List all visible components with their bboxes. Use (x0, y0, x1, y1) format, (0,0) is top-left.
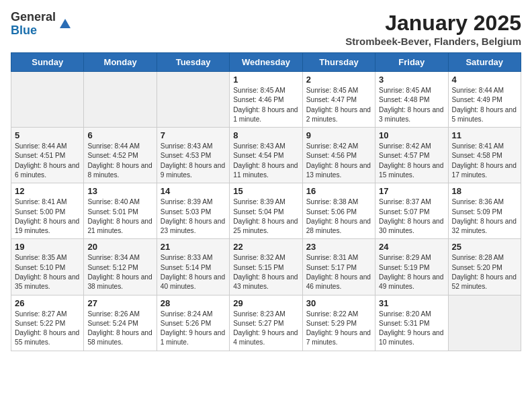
cell-day-number: 16 (306, 186, 371, 196)
cell-day-number: 5 (15, 130, 80, 140)
cell-day-number: 29 (233, 298, 298, 308)
calendar-cell (84, 72, 157, 128)
header-wednesday: Wednesday (230, 53, 302, 72)
calendar-subtitle: Strombeek-Bever, Flanders, Belgium (345, 36, 521, 47)
cell-day-number: 1 (233, 75, 298, 85)
calendar-cell: 31Sunrise: 8:20 AM Sunset: 5:31 PM Dayli… (375, 295, 448, 351)
calendar-cell: 8Sunrise: 8:43 AM Sunset: 4:54 PM Daylig… (230, 128, 302, 183)
cell-day-number: 3 (379, 75, 444, 85)
cell-day-number: 14 (161, 186, 226, 196)
cell-info: Sunrise: 8:44 AM Sunset: 4:51 PM Dayligh… (15, 142, 80, 180)
calendar-cell: 17Sunrise: 8:37 AM Sunset: 5:07 PM Dayli… (375, 183, 448, 239)
calendar-cell: 19Sunrise: 8:35 AM Sunset: 5:10 PM Dayli… (11, 239, 84, 295)
cell-info: Sunrise: 8:37 AM Sunset: 5:07 PM Dayligh… (379, 197, 444, 236)
calendar-cell: 30Sunrise: 8:22 AM Sunset: 5:29 PM Dayli… (302, 295, 375, 351)
cell-info: Sunrise: 8:42 AM Sunset: 4:56 PM Dayligh… (306, 142, 371, 180)
header-sunday: Sunday (11, 53, 84, 72)
calendar-cell: 23Sunrise: 8:31 AM Sunset: 5:17 PM Dayli… (302, 239, 375, 295)
days-header-row: Sunday Monday Tuesday Wednesday Thursday… (11, 53, 521, 72)
cell-info: Sunrise: 8:41 AM Sunset: 4:58 PM Dayligh… (452, 142, 517, 180)
cell-day-number: 10 (379, 130, 444, 140)
calendar-cell: 15Sunrise: 8:39 AM Sunset: 5:04 PM Dayli… (230, 183, 302, 239)
calendar-cell (11, 72, 84, 128)
week-row-1: 1Sunrise: 8:45 AM Sunset: 4:46 PM Daylig… (11, 72, 521, 128)
cell-info: Sunrise: 8:43 AM Sunset: 4:53 PM Dayligh… (161, 142, 226, 180)
calendar-cell: 3Sunrise: 8:45 AM Sunset: 4:48 PM Daylig… (375, 72, 448, 128)
calendar-cell: 26Sunrise: 8:27 AM Sunset: 5:22 PM Dayli… (11, 295, 84, 351)
cell-info: Sunrise: 8:34 AM Sunset: 5:12 PM Dayligh… (87, 253, 152, 291)
cell-info: Sunrise: 8:41 AM Sunset: 5:00 PM Dayligh… (15, 197, 80, 236)
cell-day-number: 24 (379, 242, 444, 252)
cell-info: Sunrise: 8:44 AM Sunset: 4:52 PM Dayligh… (87, 142, 152, 180)
calendar-cell (448, 295, 521, 351)
logo: General Blue (11, 11, 73, 38)
calendar-cell: 18Sunrise: 8:36 AM Sunset: 5:09 PM Dayli… (448, 183, 521, 239)
calendar-cell: 1Sunrise: 8:45 AM Sunset: 4:46 PM Daylig… (230, 72, 302, 128)
cell-info: Sunrise: 8:23 AM Sunset: 5:27 PM Dayligh… (233, 310, 298, 348)
cell-day-number: 20 (87, 242, 152, 252)
calendar-cell: 27Sunrise: 8:26 AM Sunset: 5:24 PM Dayli… (84, 295, 157, 351)
cell-day-number: 2 (306, 75, 371, 85)
cell-info: Sunrise: 8:39 AM Sunset: 5:04 PM Dayligh… (233, 197, 298, 236)
calendar-cell: 10Sunrise: 8:42 AM Sunset: 4:57 PM Dayli… (375, 128, 448, 183)
cell-info: Sunrise: 8:42 AM Sunset: 4:57 PM Dayligh… (379, 142, 444, 180)
logo-general: General (11, 11, 56, 24)
week-row-5: 26Sunrise: 8:27 AM Sunset: 5:22 PM Dayli… (11, 295, 521, 351)
calendar-cell (157, 72, 229, 128)
header-saturday: Saturday (448, 53, 521, 72)
header-tuesday: Tuesday (157, 53, 229, 72)
page-header: General Blue January 2025 Strombeek-Beve… (11, 11, 521, 47)
calendar-cell: 4Sunrise: 8:44 AM Sunset: 4:49 PM Daylig… (448, 72, 521, 128)
cell-day-number: 27 (87, 298, 152, 308)
cell-info: Sunrise: 8:45 AM Sunset: 4:47 PM Dayligh… (306, 86, 371, 124)
calendar-cell: 16Sunrise: 8:38 AM Sunset: 5:06 PM Dayli… (302, 183, 375, 239)
calendar-cell: 2Sunrise: 8:45 AM Sunset: 4:47 PM Daylig… (302, 72, 375, 128)
cell-info: Sunrise: 8:22 AM Sunset: 5:29 PM Dayligh… (306, 310, 371, 348)
calendar-cell: 12Sunrise: 8:41 AM Sunset: 5:00 PM Dayli… (11, 183, 84, 239)
calendar-cell: 6Sunrise: 8:44 AM Sunset: 4:52 PM Daylig… (84, 128, 157, 183)
cell-info: Sunrise: 8:45 AM Sunset: 4:46 PM Dayligh… (233, 86, 298, 124)
calendar-cell: 14Sunrise: 8:39 AM Sunset: 5:03 PM Dayli… (157, 183, 229, 239)
calendar-cell: 5Sunrise: 8:44 AM Sunset: 4:51 PM Daylig… (11, 128, 84, 183)
cell-info: Sunrise: 8:36 AM Sunset: 5:09 PM Dayligh… (452, 197, 517, 236)
cell-info: Sunrise: 8:32 AM Sunset: 5:15 PM Dayligh… (233, 253, 298, 291)
cell-day-number: 11 (452, 130, 517, 140)
cell-day-number: 21 (161, 242, 226, 252)
cell-day-number: 19 (15, 242, 80, 252)
calendar-cell: 25Sunrise: 8:28 AM Sunset: 5:20 PM Dayli… (448, 239, 521, 295)
title-block: January 2025 Strombeek-Bever, Flanders, … (345, 11, 521, 47)
calendar-header: Sunday Monday Tuesday Wednesday Thursday… (11, 53, 521, 72)
calendar-cell: 29Sunrise: 8:23 AM Sunset: 5:27 PM Dayli… (230, 295, 302, 351)
calendar-cell: 20Sunrise: 8:34 AM Sunset: 5:12 PM Dayli… (84, 239, 157, 295)
calendar-cell: 9Sunrise: 8:42 AM Sunset: 4:56 PM Daylig… (302, 128, 375, 183)
cell-info: Sunrise: 8:44 AM Sunset: 4:49 PM Dayligh… (452, 86, 517, 124)
svg-marker-0 (60, 19, 71, 28)
week-row-2: 5Sunrise: 8:44 AM Sunset: 4:51 PM Daylig… (11, 128, 521, 183)
cell-day-number: 22 (233, 242, 298, 252)
cell-info: Sunrise: 8:20 AM Sunset: 5:31 PM Dayligh… (379, 310, 444, 348)
calendar-body: 1Sunrise: 8:45 AM Sunset: 4:46 PM Daylig… (11, 72, 521, 351)
cell-day-number: 18 (452, 186, 517, 196)
cell-info: Sunrise: 8:33 AM Sunset: 5:14 PM Dayligh… (161, 253, 226, 291)
calendar-cell: 22Sunrise: 8:32 AM Sunset: 5:15 PM Dayli… (230, 239, 302, 295)
week-row-4: 19Sunrise: 8:35 AM Sunset: 5:10 PM Dayli… (11, 239, 521, 295)
cell-day-number: 12 (15, 186, 80, 196)
cell-info: Sunrise: 8:40 AM Sunset: 5:01 PM Dayligh… (87, 197, 152, 236)
calendar-table: Sunday Monday Tuesday Wednesday Thursday… (11, 52, 521, 351)
cell-day-number: 17 (379, 186, 444, 196)
cell-info: Sunrise: 8:45 AM Sunset: 4:48 PM Dayligh… (379, 86, 444, 124)
cell-day-number: 31 (379, 298, 444, 308)
cell-info: Sunrise: 8:24 AM Sunset: 5:26 PM Dayligh… (161, 310, 226, 348)
calendar-title: January 2025 (345, 11, 521, 36)
cell-day-number: 7 (161, 130, 226, 140)
cell-day-number: 8 (233, 130, 298, 140)
cell-day-number: 13 (87, 186, 152, 196)
cell-day-number: 30 (306, 298, 371, 308)
cell-info: Sunrise: 8:43 AM Sunset: 4:54 PM Dayligh… (233, 142, 298, 180)
cell-day-number: 15 (233, 186, 298, 196)
cell-day-number: 26 (15, 298, 80, 308)
calendar-cell: 11Sunrise: 8:41 AM Sunset: 4:58 PM Dayli… (448, 128, 521, 183)
cell-info: Sunrise: 8:39 AM Sunset: 5:03 PM Dayligh… (161, 197, 226, 236)
cell-info: Sunrise: 8:31 AM Sunset: 5:17 PM Dayligh… (306, 253, 371, 291)
calendar-cell: 7Sunrise: 8:43 AM Sunset: 4:53 PM Daylig… (157, 128, 229, 183)
